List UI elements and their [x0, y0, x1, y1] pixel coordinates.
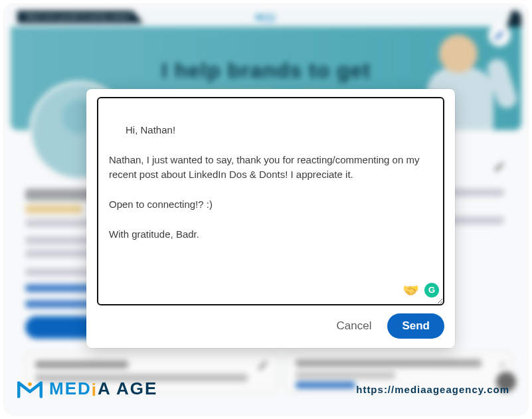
footer-brand-part2: A AGE: [98, 378, 157, 398]
pencil-icon: [257, 359, 269, 371]
handshake-icon: 🤝: [402, 280, 419, 300]
grammarly-icon[interactable]: G: [424, 283, 439, 297]
banner-right-clip: [507, 11, 521, 27]
footer-brand: MEDiA AGE: [17, 378, 157, 399]
footer-brand-text: MEDiA AGE: [49, 378, 157, 399]
open-card-line1: [296, 359, 482, 367]
banner-headline-1: I help brands to get: [161, 58, 371, 83]
message-text: Hi, Nathan! Nathan, I just wanted to say…: [109, 124, 422, 240]
banner-top-logo: M|||: [256, 12, 276, 23]
modal-actions: Cancel Send: [97, 305, 444, 339]
svg-point-0: [28, 382, 32, 386]
edit-services-button[interactable]: [257, 359, 269, 374]
open-card-close-button[interactable]: ×: [499, 359, 505, 371]
edit-cover-button[interactable]: [488, 24, 511, 46]
page-card: Want more growth & activity online? M|||…: [4, 4, 528, 415]
open-card-link[interactable]: [296, 382, 355, 388]
textarea-corner-icons: 🤝 G: [402, 280, 439, 300]
services-title: [35, 361, 128, 369]
send-button[interactable]: Send: [387, 313, 444, 339]
open-card-line2: [296, 371, 395, 379]
edit-about-button[interactable]: [488, 155, 511, 178]
footer-logo-icon: [17, 379, 43, 399]
connection-message-modal: Hi, Nathan! Nathan, I just wanted to say…: [86, 89, 455, 348]
pencil-icon: [493, 29, 505, 41]
footer-brand-part1: MED: [49, 378, 92, 398]
cancel-button[interactable]: Cancel: [333, 314, 376, 338]
banner-tag: Want more growth & activity online?: [17, 11, 143, 23]
profile-tagline-emoji: [25, 205, 82, 214]
message-textarea[interactable]: Hi, Nathan! Nathan, I just wanted to say…: [97, 97, 444, 305]
pencil-icon: [493, 161, 505, 173]
banner-top-bar: Want more growth & activity online? M|||: [11, 11, 521, 27]
footer-url-link[interactable]: https://mediaageagency.com: [356, 384, 509, 395]
